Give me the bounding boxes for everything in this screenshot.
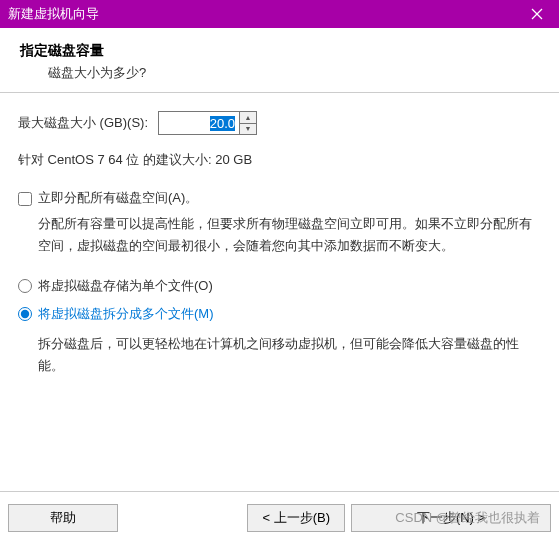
split-file-label[interactable]: 将虚拟磁盘拆分成多个文件(M) (38, 305, 214, 323)
allocate-label[interactable]: 立即分配所有磁盘空间(A)。 (38, 189, 198, 207)
split-file-radio[interactable] (18, 307, 32, 321)
close-icon (531, 8, 543, 20)
help-button[interactable]: 帮助 (8, 504, 118, 532)
content-area: 最大磁盘大小 (GB)(S): ▲ ▼ 针对 CentOS 7 64 位 的建议… (0, 93, 559, 377)
wizard-header: 指定磁盘容量 磁盘大小为多少? (0, 28, 559, 92)
single-file-label[interactable]: 将虚拟磁盘存储为单个文件(O) (38, 277, 213, 295)
titlebar: 新建虚拟机向导 (0, 0, 559, 28)
spinner-up[interactable]: ▲ (240, 112, 256, 124)
split-file-row: 将虚拟磁盘拆分成多个文件(M) (18, 305, 541, 323)
recommend-text: 针对 CentOS 7 64 位 的建议大小: 20 GB (18, 151, 541, 169)
single-file-radio[interactable] (18, 279, 32, 293)
allocate-checkbox-row: 立即分配所有磁盘空间(A)。 (18, 189, 541, 207)
footer: 帮助 < 上一步(B) 下一步(N) > CSDN @曾经我也很执着 取消 (0, 491, 559, 544)
allocate-desc: 分配所有容量可以提高性能，但要求所有物理磁盘空间立即可用。如果不立即分配所有空间… (38, 213, 541, 257)
spinner-down[interactable]: ▼ (240, 124, 256, 135)
disk-size-label: 最大磁盘大小 (GB)(S): (18, 114, 148, 132)
close-button[interactable] (514, 0, 559, 28)
disk-size-input[interactable] (159, 112, 239, 134)
split-desc: 拆分磁盘后，可以更轻松地在计算机之间移动虚拟机，但可能会降低大容量磁盘的性能。 (38, 333, 541, 377)
page-subtitle: 磁盘大小为多少? (48, 64, 539, 82)
single-file-row: 将虚拟磁盘存储为单个文件(O) (18, 277, 541, 295)
back-button[interactable]: < 上一步(B) (247, 504, 345, 532)
next-label: 下一步(N) > (417, 510, 485, 525)
page-title: 指定磁盘容量 (20, 42, 539, 60)
spinner-buttons: ▲ ▼ (239, 112, 256, 134)
window-title: 新建虚拟机向导 (8, 5, 99, 23)
disk-size-row: 最大磁盘大小 (GB)(S): ▲ ▼ (18, 111, 541, 135)
next-button[interactable]: 下一步(N) > CSDN @曾经我也很执着 (351, 504, 551, 532)
allocate-checkbox[interactable] (18, 192, 32, 206)
disk-size-spinner[interactable]: ▲ ▼ (158, 111, 257, 135)
